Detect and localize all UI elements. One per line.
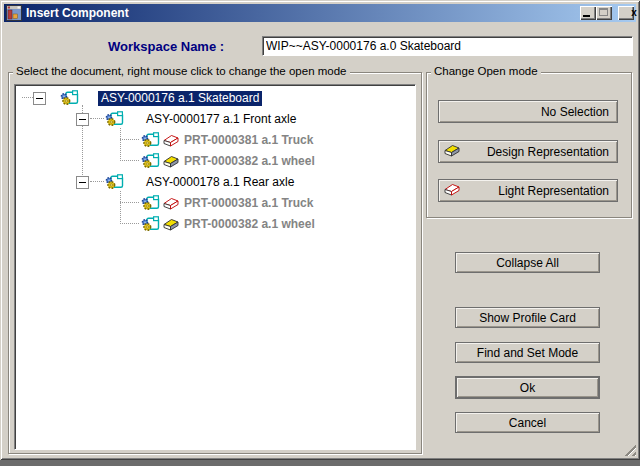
show-profile-card-button[interactable]: Show Profile Card [455,307,600,328]
no-selection-button-label: No Selection [541,105,609,119]
cancel-button[interactable]: Cancel [455,412,600,433]
tree-item-label[interactable]: PRT-0000382 a.1 wheel [181,217,318,232]
design-representation-button[interactable]: Design Representation [438,140,618,163]
tree-row[interactable]: ASY-0000176 a.1 Skateboard [16,88,414,108]
design-representation-icon [444,144,460,157]
collapse-toggle-icon[interactable] [76,113,89,126]
light-representation-icon [444,183,460,196]
tree-item-label[interactable]: ASY-0000178 a.1 Rear axle [143,175,297,190]
title-bar[interactable]: Insert Component x [4,4,636,22]
collapse-toggle-icon[interactable] [76,176,89,189]
tree-row[interactable]: PRT-0000382 a.1 wheel [16,214,414,234]
part-icon [141,216,161,232]
tree-item-label[interactable]: PRT-0000381 a.1 Truck [181,196,316,211]
ok-button[interactable]: Ok [455,376,600,399]
tree-row[interactable]: ASY-0000178 a.1 Rear axle [16,172,414,192]
tree-item-label[interactable]: PRT-0000381 a.1 Truck [181,133,316,148]
workspace-name-label: Workspace Name : [108,39,224,54]
tree-row[interactable]: ASY-0000177 a.1 Front axle [16,109,414,129]
tree-row[interactable]: PRT-0000381 a.1 Truck [16,193,414,213]
tree-item-label[interactable]: ASY-0000176 a.1 Skateboard [98,91,262,106]
document-tree-group-label: Select the document, right mouse click t… [13,65,350,77]
change-open-mode-label: Change Open mode [431,65,541,77]
minimize-button[interactable] [580,6,596,20]
window-title: Insert Component [26,6,129,20]
tree-item-label[interactable]: ASY-0000177 a.1 Front axle [143,112,299,127]
maximize-button[interactable] [596,6,612,20]
tree-row[interactable]: PRT-0000381 a.1 Truck [16,130,414,150]
assembly-icon [105,174,125,190]
minimize-icon [583,15,590,17]
design-representation-button-label: Design Representation [487,145,609,159]
light-representation-icon [163,197,179,210]
light-representation-button[interactable]: Light Representation [438,179,618,202]
find-and-set-mode-button[interactable]: Find and Set Mode [455,342,600,363]
no-selection-button[interactable]: No Selection [438,100,618,123]
design-representation-icon [163,155,179,168]
document-tree-group: Select the document, right mouse click t… [8,72,422,454]
tree-item-label[interactable]: PRT-0000382 a.1 wheel [181,154,318,169]
tree-row[interactable]: PRT-0000382 a.1 wheel [16,151,414,171]
change-open-mode-group: Change Open mode No Selection Design Rep… [426,72,632,218]
part-icon [141,195,161,211]
light-representation-button-label: Light Representation [498,184,609,198]
collapse-all-button[interactable]: Collapse All [455,252,600,273]
design-representation-icon [163,218,179,231]
maximize-icon [599,8,608,16]
assembly-icon [105,111,125,127]
part-icon [141,153,161,169]
assembly-icon [60,90,80,106]
close-button[interactable]: x [618,6,634,20]
app-window-icon [6,5,22,21]
desktop-strip [0,460,640,466]
insert-component-dialog: Insert Component x Workspace Name : Sele… [0,0,640,460]
document-tree: ASY-0000176 a.1 Skateboard ASY-0000177 a… [16,86,414,448]
document-tree-box[interactable]: ASY-0000176 a.1 Skateboard ASY-0000177 a… [14,84,416,450]
close-icon: x [626,6,640,19]
light-representation-icon [163,134,179,147]
resize-grip[interactable] [622,442,636,456]
part-icon [141,132,161,148]
workspace-name-field[interactable] [262,36,633,56]
collapse-toggle-icon[interactable] [33,92,46,105]
